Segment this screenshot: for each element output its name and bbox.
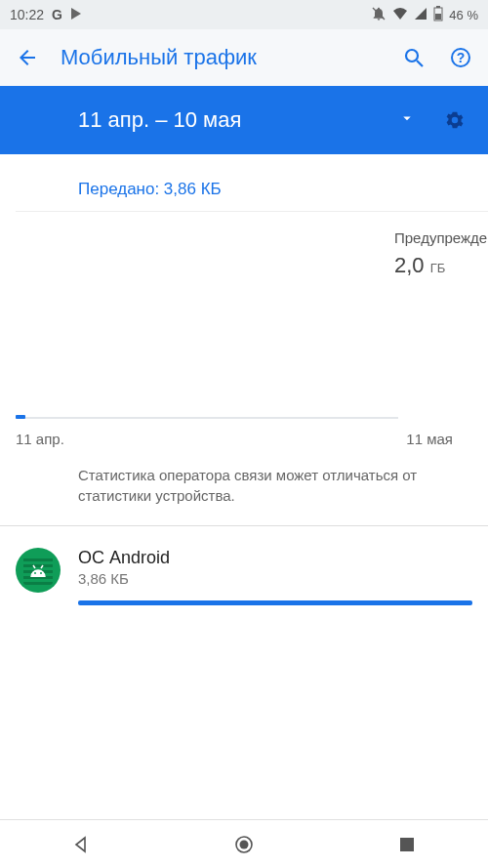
status-time: 10:22 bbox=[10, 7, 44, 22]
chevron-down-icon bbox=[398, 109, 416, 131]
svg-rect-3 bbox=[435, 14, 441, 20]
svg-point-8 bbox=[34, 572, 36, 574]
status-bar: 10:22 G 46 % bbox=[0, 0, 488, 29]
battery-percent: 46 % bbox=[449, 8, 478, 22]
warning-threshold: Предупреждение 2,0 ГБ bbox=[394, 229, 472, 278]
warning-label: Предупреждение bbox=[394, 229, 472, 248]
wifi-icon bbox=[392, 7, 408, 23]
svg-rect-2 bbox=[436, 6, 440, 8]
nav-bar bbox=[0, 819, 488, 868]
app-name: ОС Android bbox=[78, 548, 472, 568]
google-icon: G bbox=[52, 7, 62, 22]
play-icon bbox=[70, 7, 82, 23]
help-button[interactable]: ? bbox=[447, 44, 474, 71]
chart-data-point bbox=[16, 415, 25, 419]
nav-back-button[interactable] bbox=[61, 825, 101, 864]
carrier-note: Статистика оператора связи может отличат… bbox=[0, 447, 488, 525]
page-title: Мобильный трафик bbox=[61, 45, 257, 70]
status-left: 10:22 G bbox=[10, 7, 82, 23]
back-button[interactable] bbox=[14, 44, 41, 71]
settings-button[interactable] bbox=[441, 106, 468, 134]
content: Передано: 3,86 КБ Предупреждение 2,0 ГБ … bbox=[0, 154, 488, 615]
dnd-icon bbox=[371, 6, 386, 24]
app-usage-row[interactable]: ОС Android 3,86 КБ bbox=[0, 526, 488, 615]
usage-chart: Предупреждение 2,0 ГБ bbox=[16, 212, 472, 436]
app-usage-value: 3,86 КБ bbox=[78, 570, 472, 587]
app-info: ОС Android 3,86 КБ bbox=[78, 548, 472, 605]
app-usage-bar bbox=[78, 600, 472, 605]
transferred-label: Передано: 3,86 КБ bbox=[0, 154, 488, 211]
svg-point-4 bbox=[406, 50, 418, 62]
signal-icon bbox=[414, 7, 427, 23]
svg-point-9 bbox=[40, 572, 42, 574]
battery-icon bbox=[433, 6, 443, 24]
svg-text:?: ? bbox=[457, 50, 466, 65]
svg-point-11 bbox=[239, 840, 248, 848]
period-selector[interactable]: 11 апр. – 10 мая bbox=[0, 86, 488, 154]
svg-rect-12 bbox=[400, 838, 414, 851]
app-bar: Мобильный трафик ? bbox=[0, 29, 488, 86]
android-icon bbox=[16, 548, 61, 593]
nav-recent-button[interactable] bbox=[387, 825, 427, 864]
warning-value: 2,0 ГБ bbox=[394, 252, 472, 279]
chart-baseline bbox=[16, 417, 398, 419]
period-label: 11 апр. – 10 мая bbox=[78, 107, 241, 133]
search-button[interactable] bbox=[400, 44, 427, 71]
svg-line-5 bbox=[417, 61, 423, 66]
nav-home-button[interactable] bbox=[224, 825, 264, 864]
status-right: 46 % bbox=[371, 6, 478, 24]
